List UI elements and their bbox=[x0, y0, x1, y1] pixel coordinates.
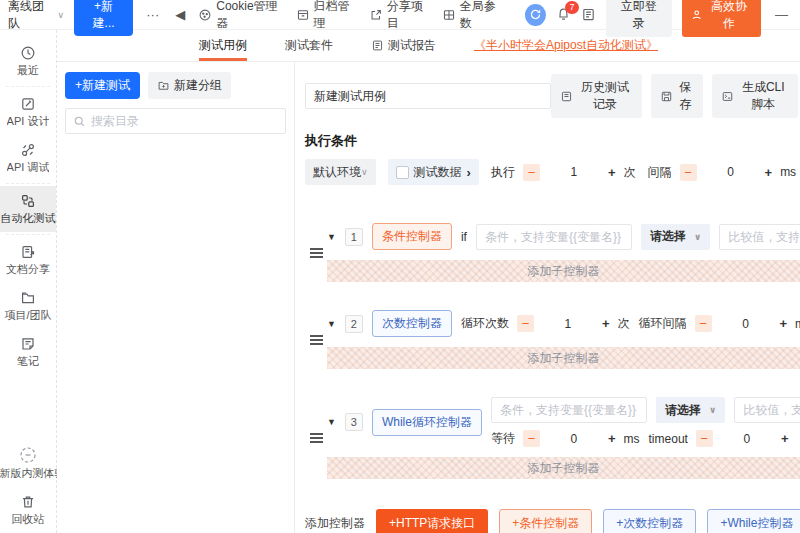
add-while-controller-button[interactable]: +While控制器 bbox=[707, 509, 800, 533]
notifications-button[interactable]: 7 bbox=[556, 7, 571, 22]
cli-icon bbox=[721, 90, 734, 103]
more-icon[interactable]: ··· bbox=[143, 7, 162, 22]
sync-avatar-button[interactable] bbox=[525, 4, 546, 26]
global-params-label: 全局参数 bbox=[460, 0, 505, 32]
loop-count-stepper: 循环次数 − 1 + 次 bbox=[461, 315, 630, 332]
drag-handle-icon bbox=[310, 339, 323, 341]
edit-icon bbox=[20, 96, 36, 112]
chevron-down-icon: ∨ bbox=[709, 405, 716, 415]
tab-tutorial-link[interactable]: 《半小时学会Apipost自动化测试》 bbox=[474, 30, 658, 61]
share-project-label: 分享项目 bbox=[387, 0, 432, 32]
minimize-button[interactable]: — bbox=[771, 7, 792, 22]
operator-select[interactable]: 请选择 ∨ bbox=[641, 224, 710, 250]
drag-handle[interactable] bbox=[305, 397, 327, 479]
test-case-name-input[interactable] bbox=[305, 83, 551, 109]
sidebar-item-api-design[interactable]: API 设计 bbox=[0, 89, 56, 135]
minus-button[interactable]: − bbox=[680, 164, 697, 181]
wait-stepper: 等待 − 0 + ms bbox=[491, 430, 640, 447]
collapse-caret[interactable]: ▼ bbox=[327, 417, 336, 427]
add-condition-controller-button[interactable]: +条件控制器 bbox=[499, 509, 592, 533]
plus-button[interactable]: + bbox=[602, 316, 610, 331]
search-directory-input[interactable]: 搜索目录 bbox=[65, 108, 286, 134]
tab-test-reports[interactable]: 测试报告 bbox=[371, 30, 436, 61]
minus-button[interactable]: − bbox=[695, 315, 712, 332]
minus-button[interactable]: − bbox=[523, 164, 540, 181]
while-condition-input[interactable] bbox=[491, 397, 647, 423]
changelog-icon[interactable] bbox=[581, 7, 596, 22]
sidebar-item-projects[interactable]: 项目/团队 bbox=[0, 283, 56, 329]
new-test-button[interactable]: +新建测试 bbox=[65, 72, 140, 99]
sidebar-item-beta[interactable]: 新版内测体验 bbox=[0, 439, 56, 487]
timeout-value[interactable]: 0 bbox=[721, 432, 773, 446]
collapse-caret[interactable]: ▼ bbox=[327, 319, 336, 329]
share-project-button[interactable]: 分享项目 bbox=[369, 0, 432, 32]
loop-interval-value[interactable]: 0 bbox=[720, 317, 772, 331]
link-nodes-icon bbox=[20, 142, 36, 158]
trash-icon bbox=[20, 494, 36, 510]
generate-cli-button[interactable]: 生成CLI脚本 bbox=[712, 74, 798, 118]
cookie-icon bbox=[198, 8, 212, 22]
environment-select[interactable]: 默认环境 ∨ bbox=[305, 159, 376, 185]
sidebar-item-recent[interactable]: 最近 bbox=[0, 38, 56, 84]
new-group-button[interactable]: 新建分组 bbox=[148, 72, 231, 99]
team-switcher[interactable]: 离线团队 ∨ bbox=[8, 0, 64, 32]
person-icon bbox=[691, 9, 702, 21]
plus-button[interactable]: + bbox=[608, 431, 616, 446]
minus-button[interactable]: − bbox=[523, 430, 540, 447]
while-compare-value-input[interactable] bbox=[734, 397, 800, 423]
save-button[interactable]: 保存 bbox=[651, 74, 703, 118]
flow-icon bbox=[20, 193, 36, 209]
plus-button[interactable]: + bbox=[780, 316, 788, 331]
add-sub-controller-bar[interactable]: 添加子控制器 bbox=[327, 347, 800, 369]
test-data-checkbox[interactable] bbox=[396, 166, 409, 179]
plus-button[interactable]: + bbox=[781, 431, 789, 446]
minus-button[interactable]: − bbox=[517, 315, 534, 332]
cookie-manager-button[interactable]: Cookie管理器 bbox=[198, 0, 285, 32]
back-icon[interactable]: ◀ bbox=[172, 7, 188, 22]
tab-test-suites[interactable]: 测试套件 bbox=[285, 30, 333, 61]
compare-value-input[interactable] bbox=[719, 224, 800, 250]
while-controller-badge: While循环控制器 bbox=[372, 409, 482, 436]
row-index: 1 bbox=[345, 228, 363, 246]
sidebar-item-notes[interactable]: 笔记 bbox=[0, 329, 56, 375]
minus-button[interactable]: − bbox=[696, 430, 713, 447]
chevron-down-icon: ∨ bbox=[57, 10, 64, 20]
condition-input[interactable] bbox=[476, 224, 632, 250]
test-case-editor: 历史测试记录 保存 生成CLI脚本 执行条件 bbox=[295, 62, 800, 533]
add-loop-controller-button[interactable]: +次数控制器 bbox=[603, 509, 696, 533]
history-icon bbox=[560, 90, 573, 103]
test-data-toggle[interactable]: 测试数据 › bbox=[388, 159, 479, 185]
collapse-caret[interactable]: ▼ bbox=[327, 232, 336, 242]
exec-count-value[interactable]: 1 bbox=[548, 165, 600, 179]
plus-button[interactable]: + bbox=[765, 165, 773, 180]
sidebar-item-automated-testing[interactable]: 自动化测试 bbox=[0, 186, 56, 232]
sidebar-flex-space bbox=[0, 375, 56, 439]
history-button[interactable]: 历史测试记录 bbox=[551, 74, 642, 118]
exec-count-stepper: 执行 − 1 + 次 bbox=[491, 164, 636, 181]
row-index: 3 bbox=[345, 413, 363, 431]
archive-manager-button[interactable]: 归档管理 bbox=[296, 0, 359, 32]
wait-value[interactable]: 0 bbox=[548, 432, 600, 446]
loop-count-value[interactable]: 1 bbox=[542, 317, 594, 331]
global-params-button[interactable]: 全局参数 bbox=[442, 0, 505, 32]
sidebar-item-doc-share[interactable]: 文档分享 bbox=[0, 237, 56, 283]
plus-button[interactable]: + bbox=[608, 165, 616, 180]
sidebar-item-trash[interactable]: 回收站 bbox=[0, 487, 56, 533]
tab-test-cases[interactable]: 测试用例 bbox=[199, 30, 247, 61]
add-sub-controller-bar[interactable]: 添加子控制器 bbox=[327, 457, 800, 479]
interval-value[interactable]: 0 bbox=[705, 165, 757, 179]
cookie-manager-label: Cookie管理器 bbox=[216, 0, 285, 32]
drag-handle-icon bbox=[310, 252, 323, 254]
condition-controller-badge: 条件控制器 bbox=[372, 223, 452, 250]
sidebar-item-api-debug[interactable]: API 调试 bbox=[0, 135, 56, 181]
sidebar-divider bbox=[6, 183, 50, 184]
while-operator-select[interactable]: 请选择 ∨ bbox=[656, 397, 725, 423]
chevron-right-icon: › bbox=[467, 165, 471, 180]
add-http-request-button[interactable]: +HTTP请求接口 bbox=[376, 509, 488, 533]
add-sub-controller-bar[interactable]: 添加子控制器 bbox=[327, 260, 800, 282]
drag-handle[interactable] bbox=[305, 310, 327, 369]
doc-share-icon bbox=[20, 244, 36, 260]
drag-handle[interactable] bbox=[305, 223, 327, 282]
test-directory-panel: +新建测试 新建分组 搜索目录 bbox=[57, 62, 295, 533]
add-controller-toolbar: 添加控制器 +HTTP请求接口 +条件控制器 +次数控制器 +While控制器 … bbox=[305, 509, 800, 533]
